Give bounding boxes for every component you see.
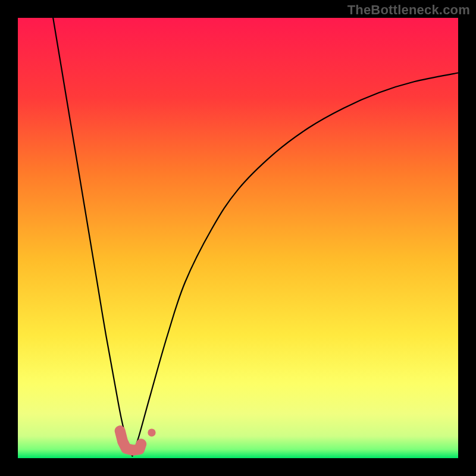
marker-small-dot (148, 428, 155, 436)
chart-frame: TheBottleneck.com (0, 0, 476, 476)
plot-area (18, 18, 458, 458)
chart-svg (18, 18, 458, 458)
gradient-background (18, 18, 458, 458)
watermark-text: TheBottleneck.com (347, 2, 470, 18)
